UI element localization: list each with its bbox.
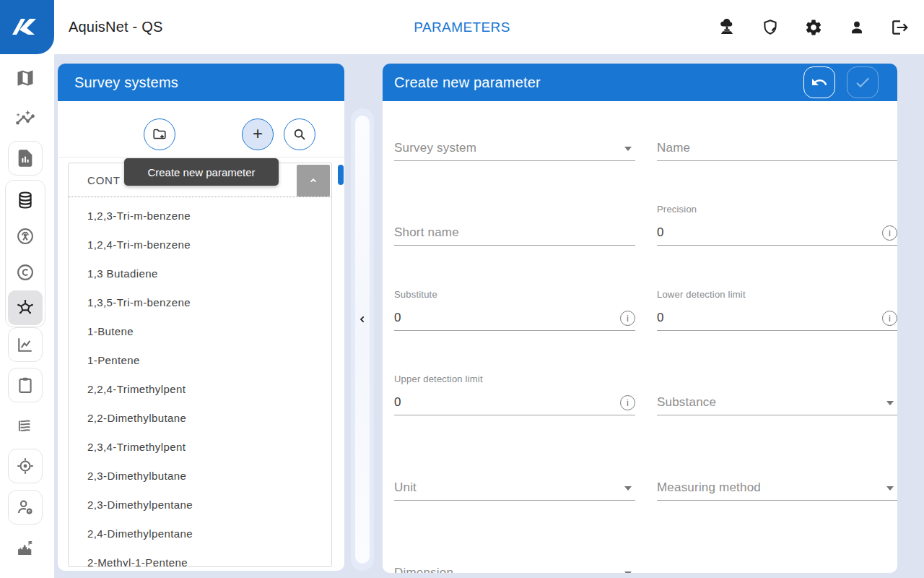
list-item[interactable]: 2,2,4-Trimethylpent [69, 375, 331, 404]
sidebar-item-reports[interactable] [8, 141, 43, 176]
field-survey-system[interactable]: Survey system [394, 119, 635, 161]
dimension-select[interactable]: Dimension [394, 566, 453, 573]
search-button[interactable] [284, 118, 315, 150]
field-dimension[interactable]: Dimension [394, 543, 635, 573]
insights-icon [15, 108, 35, 128]
survey-systems-title: Survey systems [74, 74, 178, 91]
panel-splitter[interactable] [351, 108, 374, 571]
top-icon-group [718, 0, 910, 54]
sidebar-item-records[interactable] [8, 408, 43, 443]
broadcast-icon [15, 226, 35, 246]
sidebar-item-broadcast[interactable] [8, 219, 43, 254]
sidebar-item-database[interactable] [8, 183, 43, 217]
list-item[interactable]: 1-Butene [69, 317, 331, 346]
info-icon[interactable]: i [620, 395, 635, 410]
field-unit[interactable]: Unit [394, 459, 635, 501]
records-icon [15, 415, 35, 436]
chevron-down-icon [886, 486, 894, 491]
list-item[interactable]: 2,4-Dimethylpentane [69, 519, 331, 548]
sidebar-item-clipboard[interactable] [8, 368, 43, 402]
list-item[interactable]: 2,3-Dimethylpentane [69, 491, 331, 519]
list-item[interactable]: 1,2,3-Tri-m-benzene [69, 202, 331, 230]
create-folder-icon [152, 126, 167, 142]
sidebar-item-location[interactable] [8, 449, 43, 483]
chevron-down-icon [624, 571, 632, 573]
parameters-icon [15, 298, 35, 318]
sidebar-item-charts[interactable] [8, 327, 43, 362]
search-icon [292, 126, 308, 142]
create-folder-button[interactable] [144, 118, 175, 150]
list-item[interactable]: 2,3,4-Trimethylpent [69, 433, 331, 462]
sidebar-item-copyright[interactable] [8, 255, 43, 290]
scrollbar-thumb[interactable] [338, 165, 344, 185]
field-upper-detection-limit[interactable]: Upper detection limit 0 i [394, 374, 635, 415]
precision-input[interactable]: 0 [657, 225, 664, 240]
chart-icon [15, 335, 35, 355]
field-precision[interactable]: Precision 0 i [657, 204, 897, 246]
info-icon[interactable]: i [620, 311, 635, 326]
substitute-input[interactable]: 0 [394, 311, 401, 325]
collapse-panel-button[interactable] [354, 309, 370, 330]
list-item[interactable]: 2-Methyl-1-Pentene [69, 548, 331, 567]
survey-toolbar: + [58, 101, 344, 158]
group-header-label: CONT [87, 163, 121, 197]
unit-select[interactable]: Unit [394, 480, 417, 495]
create-parameter-header: Create new parameter [383, 64, 897, 101]
top-bar: AquisNet - QS PARAMETERS [0, 0, 924, 54]
undo-icon [811, 74, 828, 91]
field-measuring-method[interactable]: Measuring method [657, 459, 897, 501]
substance-select[interactable]: Substance [657, 395, 716, 410]
list-item[interactable]: 2,2-Dimethylbutane [69, 404, 331, 433]
map-icon [15, 68, 35, 88]
sidebar-item-insights[interactable] [8, 100, 43, 135]
survey-systems-header: Survey systems [58, 64, 344, 101]
list-item[interactable]: 1,3 Butadiene [69, 259, 331, 288]
info-icon[interactable]: i [882, 225, 897, 241]
list-item[interactable]: 2,3-Dimethylbutane [69, 462, 331, 491]
list-item[interactable]: 1-Pentene [69, 346, 331, 375]
collapse-group-button[interactable] [297, 165, 330, 197]
shield-edit-icon[interactable] [761, 18, 780, 37]
splitter-handle[interactable] [355, 116, 370, 564]
measuring-method-select[interactable]: Measuring method [657, 480, 761, 495]
confirm-button[interactable] [847, 66, 879, 98]
field-substance[interactable]: Substance [657, 374, 897, 415]
precision-label: Precision [657, 204, 697, 215]
sidebar-item-manage-accounts[interactable] [8, 490, 43, 525]
field-name[interactable]: Name [657, 119, 897, 161]
field-lower-detection-limit[interactable]: Lower detection limit 0 i [657, 289, 897, 331]
sidebar-item-map[interactable] [8, 61, 43, 95]
list-item[interactable]: 1,3,5-Tri-m-benzene [69, 288, 331, 317]
short-name-input[interactable]: Short name [394, 225, 459, 240]
upper-detection-limit-input[interactable]: 0 [394, 395, 401, 410]
lower-detection-limit-input[interactable]: 0 [657, 311, 664, 325]
undo-button[interactable] [803, 66, 835, 98]
sidebar-item-parameters[interactable] [8, 290, 43, 325]
chevron-up-icon [306, 173, 321, 188]
station-icon[interactable] [718, 18, 736, 37]
settings-icon[interactable] [804, 18, 823, 37]
create-parameter-button[interactable]: + [242, 118, 274, 150]
report-icon [15, 148, 35, 168]
location-icon [15, 456, 35, 476]
database-icon [15, 190, 35, 210]
upper-detection-limit-label: Upper detection limit [394, 374, 483, 384]
name-input[interactable]: Name [657, 141, 690, 155]
field-substitute[interactable]: Substitute 0 i [394, 289, 635, 331]
survey-list-items: 1,2,3-Tri-m-benzene 1,2,4-Tri-m-benzene … [69, 197, 331, 567]
survey-systems-panel: Survey systems + CONT [58, 64, 344, 571]
list-item[interactable]: 1,2,4-Tri-m-benzene [69, 230, 331, 259]
field-short-name[interactable]: Short name [394, 204, 635, 246]
check-icon [854, 74, 871, 91]
sidebar-item-fort[interactable] [8, 530, 43, 565]
survey-list: CONT 1,2,3-Tri-m-benzene 1,2,4-Tri-m-ben… [68, 163, 332, 567]
info-icon[interactable]: i [882, 311, 897, 326]
chevron-left-icon [357, 314, 368, 325]
sidebar [0, 54, 54, 578]
survey-system-select[interactable]: Survey system [394, 141, 476, 155]
account-icon[interactable] [847, 18, 866, 37]
copyright-icon [15, 262, 35, 282]
create-parameter-title: Create new parameter [394, 74, 541, 91]
tooltip: Create new parameter [124, 158, 279, 186]
logout-icon[interactable] [891, 18, 910, 37]
